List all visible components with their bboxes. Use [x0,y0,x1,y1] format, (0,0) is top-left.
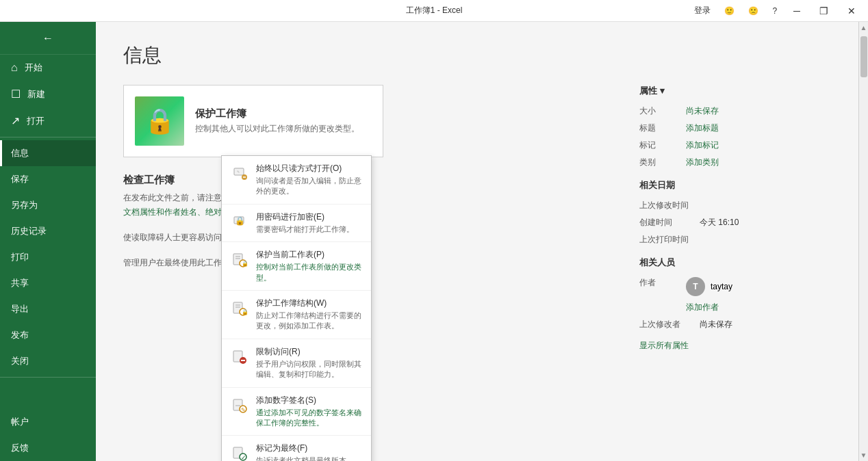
sidebar-label-saveas: 另存为 [11,199,38,211]
menu-item-encrypt-desc: 需要密码才能打开此工作簿。 [256,224,354,235]
sidebar-label-publish: 发布 [11,329,29,341]
protect-workbook-button[interactable]: 🔒 保护工作簿 控制其他人可以对此工作簿所做的更改类型。 [123,85,383,157]
sidebar-label-history: 历史记录 [11,225,47,237]
sidebar-spacer [0,380,96,409]
show-all-link[interactable]: 显示所有属性 [639,341,689,350]
menu-item-encrypt[interactable]: 🔒 用密码进行加密(E) 需要密码才能打开此工作簿。 [222,205,371,242]
prop-label-created: 创建时间 [639,217,694,228]
svg-text:✎: ✎ [241,407,246,413]
menu-item-readonly[interactable]: ✎ 始终以只读方式打开(O) 询问读者是否加入编辑，防止意外的更改。 [222,156,371,205]
sidebar-item-history[interactable]: 历史记录 [0,218,96,244]
prop-label-category: 类别 [639,157,680,168]
add-author-link[interactable]: 添加作者 [686,302,732,313]
sidebar-item-print[interactable]: 打印 [0,244,96,270]
menu-item-final-text: 标记为最终(F) 告诉读者此文档是最终版本。 [256,443,354,461]
menu-item-restrict[interactable]: 限制访问(R) 授予用户访问权限，同时限制其编辑、复制和打印能力。 [222,339,371,388]
sidebar-label-new: 新建 [27,88,45,101]
back-icon: ← [42,32,53,44]
prop-value-category[interactable]: 添加类别 [686,157,719,168]
svg-text:🔒: 🔒 [242,308,248,315]
sidebar-label-save: 保存 [11,173,29,185]
author-name: taytay [711,282,732,291]
menu-item-protect-structure[interactable]: 🔒 保护工作簿结构(W) 防止对工作簿结构进行不需要的更改，例如添加工作表。 [222,291,371,339]
home-icon: ⌂ [11,62,18,74]
sidebar-item-save[interactable]: 保存 [0,166,96,192]
menu-item-restrict-title: 限制访问(R) [256,346,363,358]
menu-item-signature[interactable]: ✎ 添加数字签名(S) 通过添加不可见的数字签名来确保工作簿的完整性。 [222,388,371,436]
close-button[interactable]: ✕ [841,3,863,19]
menu-item-protect-sheet-title: 保护当前工作表(P) [256,249,363,261]
scroll-up-arrow[interactable]: ▲ [858,22,868,34]
app-layout: ← ⌂ 开始 ☐ 新建 ↗ 打开 信息 保存 另存为 历史记录 打印 [0,22,868,461]
author-info: T taytay 添加作者 [686,277,732,313]
dropdown-menu: ✎ 始终以只读方式打开(O) 询问读者是否加入编辑，防止意外的更改。 🔒 [221,155,372,461]
sidebar-item-info[interactable]: 信息 [0,140,96,166]
sidebar-label-feedback: 反馈 [11,442,29,454]
prop-row-category: 类别 添加类别 [639,157,831,168]
prop-label-title: 标题 [639,122,680,134]
protect-btn-title: 保护工作簿 [195,107,359,120]
back-button[interactable]: ← [0,22,96,55]
sidebar-item-feedback[interactable]: 反馈 [0,435,96,461]
menu-item-restrict-text: 限制访问(R) 授予用户访问权限，同时限制其编辑、复制和打印能力。 [256,346,363,380]
smiley-icon: 🙂 [720,5,739,17]
sidebar-item-home[interactable]: ⌂ 开始 [0,55,96,81]
window-title: 工作簿1 - Excel [406,5,463,16]
sidebar-label-export: 导出 [11,303,29,315]
menu-item-protect-structure-title: 保护工作簿结构(W) [256,298,363,309]
menu-item-restrict-desc: 授予用户访问权限，同时限制其编辑、复制和打印能力。 [256,359,363,380]
sidebar-label-print: 打印 [11,251,29,263]
menu-item-protect-sheet[interactable]: 🔒 保护当前工作表(P) 控制对当前工作表所做的更改类型。 [222,242,371,291]
menu-item-encrypt-title: 用密码进行加密(E) [256,211,354,223]
prop-value-size[interactable]: 尚未保存 [686,105,719,117]
login-button[interactable]: 登录 [690,3,715,18]
sidebar-label-home: 开始 [25,62,42,74]
prop-value-created: 今天 16:10 [700,217,739,228]
menu-item-signature-title: 添加数字签名(S) [256,395,363,406]
protect-btn-text: 保护工作簿 控制其他人可以对此工作簿所做的更改类型。 [195,107,359,135]
prop-row-author: 作者 T taytay 添加作者 [639,277,831,313]
restore-button[interactable]: ❐ [813,3,835,19]
scrollbar[interactable]: ▲ ▼ [858,22,868,461]
prop-value-tag[interactable]: 添加标记 [686,140,719,151]
sidebar-item-close[interactable]: 关闭 [0,348,96,374]
protect-sheet-icon: 🔒 [230,250,249,269]
prop-value-title[interactable]: 添加标题 [686,122,719,134]
author-row: T taytay [686,277,732,296]
prop-row-created: 创建时间 今天 16:10 [639,217,831,228]
menu-item-final[interactable]: ✓ 标记为最终(F) 告诉读者此文档是最终版本。 [222,436,371,461]
minimize-button[interactable]: ─ [787,3,807,19]
sidebar-item-open[interactable]: ↗ 打开 [0,107,96,134]
menu-item-protect-structure-desc: 防止对工作簿结构进行不需要的更改，例如添加工作表。 [256,311,363,332]
open-icon: ↗ [11,114,20,127]
author-avatar: T [686,277,705,296]
title-bar: 工作簿1 - Excel 登录 🙂 🙁 ? ─ ❐ ✕ [0,0,868,22]
sidebar-item-new[interactable]: ☐ 新建 [0,81,96,107]
sad-icon: 🙁 [744,5,763,17]
prop-label-printed: 上次打印时间 [639,234,694,246]
sidebar-label-share: 共享 [11,277,29,289]
prop-label-modified: 上次修改时间 [639,200,694,211]
menu-item-protect-sheet-desc: 控制对当前工作表所做的更改类型。 [256,263,361,281]
sidebar-item-publish[interactable]: 发布 [0,322,96,348]
prop-label-size: 大小 [639,105,680,117]
svg-text:✓: ✓ [241,454,246,461]
pencil-icon: ✎ [230,164,249,183]
scroll-down-arrow[interactable]: ▼ [858,449,868,461]
show-all-link-container: 显示所有属性 [639,339,831,352]
help-button[interactable]: ? [768,5,781,17]
main-content: 信息 🔒 保护工作簿 控制其他人可以对此工作簿所做的更改类型。 检查工作簿 [96,22,858,461]
new-icon: ☐ [11,88,21,101]
svg-text:🔒: 🔒 [235,215,245,226]
protect-btn-desc: 控制其他人可以对此工作簿所做的更改类型。 [195,123,359,135]
scroll-thumb[interactable] [860,36,867,77]
menu-item-signature-text: 添加数字签名(S) 通过添加不可见的数字签名来确保工作簿的完整性。 [256,395,363,429]
sidebar-item-saveas[interactable]: 另存为 [0,192,96,218]
prop-row-tag: 标记 添加标记 [639,140,831,151]
sidebar-item-share[interactable]: 共享 [0,270,96,296]
menu-item-signature-desc: 通过添加不可见的数字签名来确保工作簿的完整性。 [256,408,361,427]
menu-item-final-desc: 告诉读者此文档是最终版本。 [256,456,354,461]
sidebar-item-account[interactable]: 帐户 [0,409,96,435]
page-title: 信息 [123,42,831,68]
sidebar-item-export[interactable]: 导出 [0,296,96,322]
